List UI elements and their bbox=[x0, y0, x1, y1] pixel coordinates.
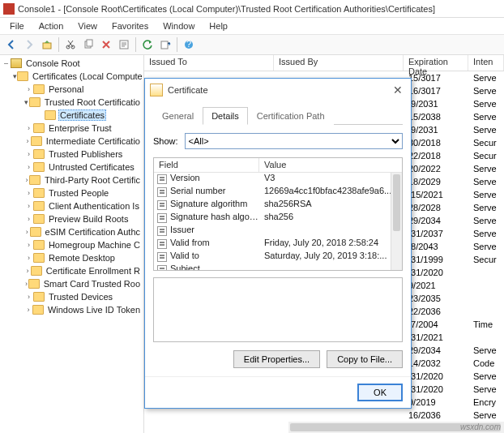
tree-item[interactable]: ›Windows Live ID Token bbox=[2, 303, 142, 316]
field-row[interactable]: Valid toSaturday, July 20, 2019 3:18:... bbox=[154, 251, 402, 264]
cell-expiration: 22/2018 bbox=[404, 151, 468, 161]
menu-action[interactable]: Action bbox=[32, 19, 70, 32]
field-list[interactable]: VersionV3Serial number12669a4cc1f0bfac42… bbox=[154, 173, 402, 271]
copy-button[interactable] bbox=[80, 36, 96, 53]
tree-item[interactable]: ▾Trusted Root Certificatio bbox=[2, 96, 142, 109]
expand-icon[interactable]: › bbox=[24, 241, 33, 249]
tab-certification-path[interactable]: Certification Path bbox=[248, 107, 334, 125]
cell-intended: Serve bbox=[468, 216, 504, 225]
delete-button[interactable] bbox=[98, 36, 114, 53]
col-field[interactable]: Field bbox=[154, 158, 259, 172]
expand-icon[interactable]: › bbox=[24, 202, 33, 210]
edit-properties-button[interactable]: Edit Properties... bbox=[233, 350, 320, 368]
ok-button[interactable]: OK bbox=[357, 384, 403, 401]
field-detail-box[interactable] bbox=[153, 277, 403, 342]
field-row[interactable]: VersionV3 bbox=[154, 173, 402, 186]
tree-item[interactable]: ›Third-Party Root Certific bbox=[2, 174, 142, 186]
dialog-title-bar[interactable]: Certificate ✕ bbox=[145, 79, 411, 101]
expand-icon[interactable]: – bbox=[2, 59, 11, 67]
col-expiration[interactable]: Expiration Date bbox=[404, 55, 468, 71]
folder-icon bbox=[33, 201, 45, 211]
close-button[interactable]: ✕ bbox=[390, 82, 406, 98]
field-label: Subject bbox=[170, 264, 259, 271]
tree-item[interactable]: Certificates bbox=[2, 109, 142, 122]
field-row[interactable]: Signature hash algorithmsha256 bbox=[154, 212, 402, 225]
tab-details[interactable]: Details bbox=[203, 107, 248, 125]
field-row[interactable]: Valid fromFriday, July 20, 2018 2:58:24 bbox=[154, 238, 402, 251]
expand-icon[interactable]: › bbox=[24, 293, 33, 301]
cell-expiration: /31/1999 bbox=[404, 255, 468, 264]
folder-icon bbox=[31, 266, 42, 276]
list-row[interactable]: 16/2036Serve bbox=[144, 409, 504, 422]
dialog-body: General Details Certification Path Show:… bbox=[145, 101, 411, 376]
expand-icon[interactable]: › bbox=[24, 228, 30, 236]
menu-help[interactable]: Help bbox=[203, 19, 234, 32]
field-icon bbox=[157, 265, 167, 271]
tree-item[interactable]: ›Smart Card Trusted Roo bbox=[2, 277, 142, 290]
tree-item[interactable]: ›Enterprise Trust bbox=[2, 122, 142, 135]
tree-pane[interactable]: – Console Root ▾ Certificates (Local Com… bbox=[0, 55, 144, 433]
copy-to-file-button[interactable]: Copy to File... bbox=[327, 350, 403, 368]
folder-icon bbox=[33, 292, 45, 302]
expand-icon[interactable]: ▾ bbox=[24, 98, 29, 106]
tree-item[interactable]: ›Trusted People bbox=[2, 186, 142, 199]
tree-label: Certificate Enrollment R bbox=[45, 266, 142, 276]
expand-icon[interactable]: › bbox=[24, 267, 31, 275]
refresh-button[interactable] bbox=[139, 36, 156, 53]
menu-file[interactable]: File bbox=[3, 19, 31, 32]
export-button[interactable] bbox=[157, 36, 173, 53]
help-button[interactable]: ? bbox=[181, 36, 197, 53]
tree-item[interactable]: ›Preview Build Roots bbox=[2, 212, 142, 225]
tree-item[interactable]: ›Untrusted Certificates bbox=[2, 161, 142, 174]
menu-view[interactable]: View bbox=[71, 19, 104, 32]
field-row[interactable]: Issuer bbox=[154, 225, 402, 238]
field-scrollbar[interactable] bbox=[391, 173, 402, 270]
field-row[interactable]: Serial number12669a4cc1f0bfac4238afe9a6.… bbox=[154, 186, 402, 199]
scrollbar-thumb[interactable] bbox=[393, 174, 400, 231]
col-issued-to[interactable]: Issued To bbox=[144, 55, 274, 71]
tree-item[interactable]: ›Trusted Publishers bbox=[2, 148, 142, 161]
tree-item[interactable]: ›Personal bbox=[2, 83, 142, 96]
cut-button[interactable] bbox=[62, 36, 79, 53]
tree-item[interactable]: ›Trusted Devices bbox=[2, 290, 142, 303]
tree-item[interactable]: ›Remote Desktop bbox=[2, 251, 142, 264]
expand-icon[interactable]: › bbox=[24, 306, 32, 314]
properties-button[interactable] bbox=[116, 36, 132, 53]
up-button[interactable] bbox=[39, 36, 55, 53]
tree-item[interactable]: ›eSIM Certification Authc bbox=[2, 225, 142, 238]
expand-icon[interactable]: › bbox=[24, 189, 33, 197]
tree-item[interactable]: ›Intermediate Certificatio bbox=[2, 135, 142, 148]
tree-certificates-root[interactable]: ▾ Certificates (Local Compute bbox=[2, 70, 142, 83]
show-filter-row: Show: <All> bbox=[153, 133, 403, 149]
field-icon bbox=[157, 239, 167, 249]
field-row[interactable]: Subject bbox=[154, 264, 402, 271]
cell-intended: Time bbox=[468, 319, 504, 329]
tree-item[interactable]: ›Client Authentication Is bbox=[2, 199, 142, 212]
folder-icon bbox=[33, 214, 45, 224]
tree-item[interactable]: ›Certificate Enrollment R bbox=[2, 264, 142, 277]
expand-icon[interactable]: › bbox=[24, 137, 31, 145]
cell-intended: Serve bbox=[468, 229, 504, 238]
forward-button[interactable] bbox=[21, 36, 37, 53]
field-row[interactable]: Signature algorithmsha256RSA bbox=[154, 199, 402, 212]
show-select[interactable]: <All> bbox=[185, 133, 403, 149]
cell-intended: Serve bbox=[468, 190, 504, 199]
cell-intended: Serve bbox=[468, 384, 504, 394]
tree-label: Intermediate Certificatio bbox=[45, 136, 142, 146]
expand-icon[interactable]: › bbox=[24, 150, 33, 158]
field-header: Field Value bbox=[154, 158, 402, 173]
menu-window[interactable]: Window bbox=[156, 19, 201, 32]
expand-icon[interactable]: › bbox=[24, 85, 33, 93]
col-issued-by[interactable]: Issued By bbox=[274, 55, 404, 71]
back-button[interactable] bbox=[3, 36, 19, 53]
tree-item[interactable]: ›Homegroup Machine C bbox=[2, 238, 142, 251]
expand-icon[interactable]: › bbox=[24, 124, 33, 132]
expand-icon[interactable]: › bbox=[24, 163, 33, 171]
col-value[interactable]: Value bbox=[259, 158, 402, 172]
col-intended[interactable]: Inten bbox=[468, 55, 504, 71]
menu-favorites[interactable]: Favorites bbox=[105, 19, 155, 32]
expand-icon[interactable]: › bbox=[24, 215, 33, 223]
tree-console-root[interactable]: – Console Root bbox=[2, 57, 142, 70]
tab-general[interactable]: General bbox=[153, 107, 203, 125]
expand-icon[interactable]: › bbox=[24, 254, 33, 262]
